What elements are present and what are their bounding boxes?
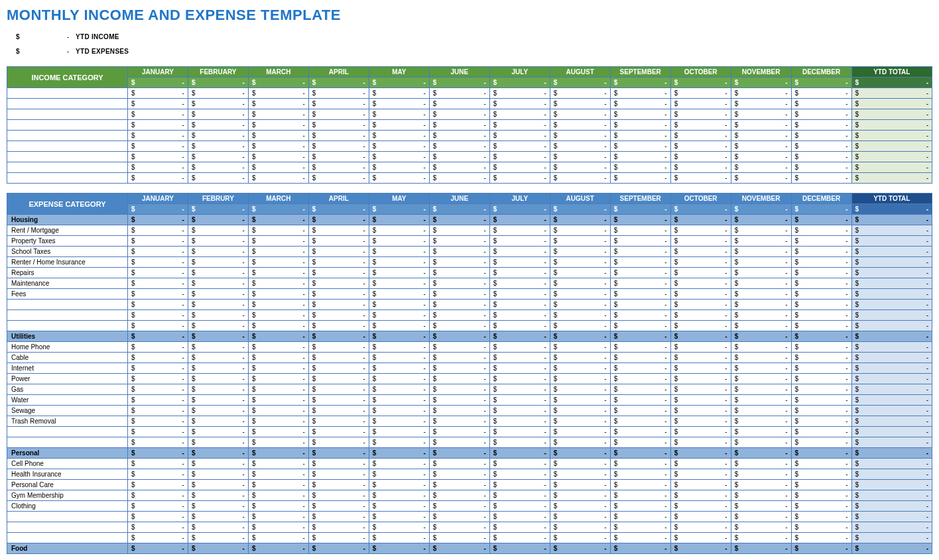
money-cell[interactable]: $-: [429, 257, 489, 268]
money-cell[interactable]: $-: [791, 310, 851, 321]
money-cell[interactable]: $-: [429, 353, 489, 363]
money-cell[interactable]: $-: [188, 152, 248, 162]
money-cell[interactable]: $-: [489, 99, 550, 109]
money-cell[interactable]: $-: [791, 331, 851, 342]
money-cell[interactable]: $-: [248, 512, 308, 522]
money-cell[interactable]: $-: [127, 384, 188, 395]
money-cell[interactable]: $-: [610, 384, 670, 395]
money-cell[interactable]: $-: [489, 490, 550, 501]
money-cell[interactable]: $-: [308, 427, 369, 437]
money-cell[interactable]: $-: [851, 215, 932, 225]
money-cell[interactable]: $-: [308, 247, 369, 257]
money-cell[interactable]: $-: [610, 215, 670, 225]
money-cell[interactable]: $-: [851, 88, 932, 99]
money-cell[interactable]: $-: [429, 99, 489, 109]
money-cell[interactable]: $-: [429, 278, 489, 289]
money-cell[interactable]: $-: [610, 162, 670, 173]
money-cell[interactable]: $-: [188, 331, 248, 342]
money-cell[interactable]: $-: [791, 501, 851, 512]
money-cell[interactable]: $-: [429, 469, 489, 480]
money-cell[interactable]: $-: [610, 522, 670, 533]
money-cell[interactable]: $-: [429, 300, 489, 310]
money-cell[interactable]: $-: [851, 416, 932, 427]
money-cell[interactable]: $-: [731, 490, 791, 501]
money-cell[interactable]: $-: [791, 427, 851, 437]
money-cell[interactable]: $-: [791, 459, 851, 469]
money-cell[interactable]: $-: [851, 459, 932, 469]
money-cell[interactable]: $-: [127, 247, 188, 257]
money-cell[interactable]: $-: [489, 278, 550, 289]
money-cell[interactable]: $-: [731, 152, 791, 162]
money-cell[interactable]: $-: [731, 543, 791, 554]
row-label[interactable]: Cell Phone: [7, 459, 128, 469]
money-cell[interactable]: $-: [670, 247, 731, 257]
money-cell[interactable]: $-: [610, 131, 670, 141]
row-label[interactable]: Power: [7, 374, 128, 384]
money-cell[interactable]: $-: [550, 225, 610, 236]
money-cell[interactable]: $-: [429, 363, 489, 374]
money-cell[interactable]: $-: [851, 225, 932, 236]
money-cell[interactable]: $-: [248, 490, 308, 501]
money-cell[interactable]: $-: [670, 225, 731, 236]
money-cell[interactable]: $-: [851, 469, 932, 480]
money-cell[interactable]: $-: [188, 141, 248, 152]
money-cell[interactable]: $-: [308, 512, 369, 522]
money-cell[interactable]: $-: [731, 310, 791, 321]
money-cell[interactable]: $-: [670, 363, 731, 374]
money-cell[interactable]: $-: [610, 268, 670, 278]
money-cell[interactable]: $-: [791, 99, 851, 109]
money-cell[interactable]: $-: [429, 512, 489, 522]
money-cell[interactable]: $-: [369, 543, 429, 554]
money-cell[interactable]: $-: [308, 437, 369, 448]
money-cell[interactable]: $-: [188, 236, 248, 247]
money-cell[interactable]: $-: [670, 289, 731, 300]
money-cell[interactable]: $-: [188, 173, 248, 184]
money-cell[interactable]: $-: [369, 459, 429, 469]
money-cell[interactable]: $-: [188, 522, 248, 533]
money-cell[interactable]: $-: [851, 342, 932, 353]
money-cell[interactable]: $-: [429, 374, 489, 384]
money-cell[interactable]: $-: [791, 120, 851, 131]
row-label[interactable]: Internet: [7, 363, 128, 374]
money-cell[interactable]: $-: [731, 437, 791, 448]
money-cell[interactable]: $-: [369, 131, 429, 141]
money-cell[interactable]: $-: [369, 353, 429, 363]
money-cell[interactable]: $-: [188, 310, 248, 321]
money-cell[interactable]: $-: [308, 395, 369, 406]
money-cell[interactable]: $-: [791, 353, 851, 363]
money-cell[interactable]: $-: [248, 353, 308, 363]
money-cell[interactable]: $-: [369, 490, 429, 501]
money-cell[interactable]: $-: [670, 173, 731, 184]
money-cell[interactable]: $-: [670, 236, 731, 247]
money-cell[interactable]: $-: [791, 131, 851, 141]
money-cell[interactable]: $-: [791, 300, 851, 310]
money-cell[interactable]: $-: [851, 490, 932, 501]
money-cell[interactable]: $-: [550, 109, 610, 120]
money-cell[interactable]: $-: [791, 321, 851, 331]
money-cell[interactable]: $-: [188, 131, 248, 141]
money-cell[interactable]: $-: [670, 490, 731, 501]
money-cell[interactable]: $-: [731, 236, 791, 247]
money-cell[interactable]: $-: [731, 162, 791, 173]
money-cell[interactable]: $-: [791, 162, 851, 173]
money-cell[interactable]: $-: [248, 300, 308, 310]
money-cell[interactable]: $-: [369, 363, 429, 374]
money-cell[interactable]: $-: [369, 501, 429, 512]
money-cell[interactable]: $-: [127, 342, 188, 353]
money-cell[interactable]: $-: [489, 225, 550, 236]
money-cell[interactable]: $-: [369, 257, 429, 268]
money-cell[interactable]: $-: [489, 448, 550, 459]
money-cell[interactable]: $-: [610, 480, 670, 490]
money-cell[interactable]: $-: [670, 480, 731, 490]
money-cell[interactable]: $-: [791, 289, 851, 300]
money-cell[interactable]: $-: [670, 321, 731, 331]
money-cell[interactable]: $-: [791, 141, 851, 152]
money-cell[interactable]: $-: [369, 152, 429, 162]
money-cell[interactable]: $-: [489, 353, 550, 363]
money-cell[interactable]: $-: [670, 469, 731, 480]
money-cell[interactable]: $-: [791, 215, 851, 225]
money-cell[interactable]: $-: [731, 353, 791, 363]
money-cell[interactable]: $-: [851, 395, 932, 406]
money-cell[interactable]: $-: [429, 459, 489, 469]
money-cell[interactable]: $-: [731, 480, 791, 490]
